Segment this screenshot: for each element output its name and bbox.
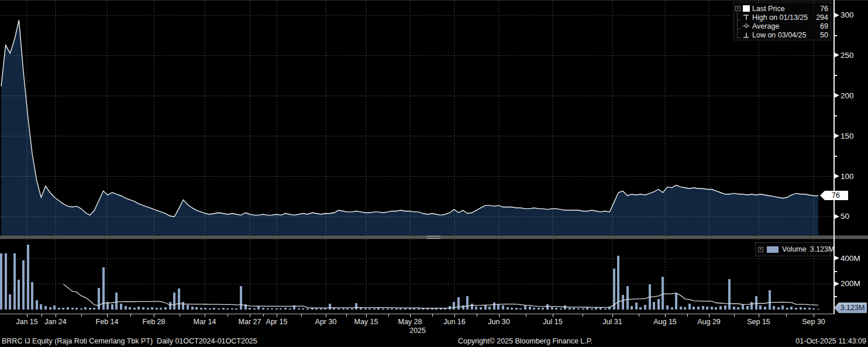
legend-value: 76 <box>820 5 828 13</box>
volume-bar <box>342 308 345 309</box>
volume-bar <box>457 297 460 310</box>
axis-tick-arrow-icon <box>835 174 839 178</box>
y-axis-minor-tick <box>833 271 837 272</box>
volume-bar <box>507 307 509 310</box>
volume-bar <box>249 308 251 310</box>
pane-resize-handle[interactable] <box>427 236 440 239</box>
x-axis-minor-tick <box>130 314 131 317</box>
volume-bar <box>231 308 233 310</box>
x-axis-minor-tick <box>687 314 688 317</box>
volume-bar <box>346 308 349 310</box>
volume-bar <box>586 308 588 309</box>
volume-bar <box>569 308 571 310</box>
y-axis-label: 100 <box>841 172 854 181</box>
x-axis-label: Feb 28 <box>143 318 166 326</box>
volume-bar <box>564 305 566 310</box>
volume-bar <box>53 305 56 310</box>
volume-bar <box>519 308 522 310</box>
x-axis-tick <box>709 314 709 317</box>
legend-label: Low on 03/04/25 <box>752 31 820 39</box>
volume-bar <box>475 307 477 310</box>
expand-icon[interactable]: + <box>735 6 740 11</box>
volume-bar <box>315 308 318 310</box>
volume-bar <box>5 253 7 309</box>
volume-bar <box>697 307 700 309</box>
last-volume-badge: 3.123M <box>834 303 867 313</box>
volume-bar <box>688 304 691 310</box>
volume-bar <box>40 304 42 309</box>
volume-bar <box>808 308 811 310</box>
x-axis-minor-tick <box>346 314 347 317</box>
volume-bar <box>377 308 380 309</box>
x-axis-minor-tick <box>786 314 787 317</box>
legend-row-last-price: + Last Price 76 <box>735 4 828 13</box>
volume-bar <box>480 307 482 310</box>
volume-bar <box>728 279 731 310</box>
x-axis-label: Apr 15 <box>266 318 288 326</box>
volume-bar <box>693 307 695 309</box>
volume-bar <box>391 308 393 309</box>
volume-bar <box>240 286 242 310</box>
x-axis-label: May 15 <box>354 318 378 326</box>
x-axis-label: Mar 14 <box>194 318 216 326</box>
x-axis-tick <box>665 314 666 317</box>
volume-bar <box>67 307 69 310</box>
volume-bar <box>355 303 357 310</box>
x-axis-tick <box>326 314 326 317</box>
volume-bar <box>719 306 722 309</box>
axis-tick-arrow-icon <box>835 133 839 138</box>
x-axis-tick <box>154 314 154 317</box>
x-axis-tick <box>107 314 108 317</box>
expand-icon[interactable]: + <box>758 247 763 252</box>
volume-bar <box>675 293 677 309</box>
volume-bar <box>271 308 273 309</box>
volume-bar <box>133 308 136 310</box>
price-legend[interactable]: + Last Price 76 High on 01/13/25 294 Ave… <box>733 2 831 40</box>
volume-bar <box>631 306 633 309</box>
volume-bar <box>715 307 717 309</box>
volume-bar <box>812 308 815 310</box>
x-axis-tick <box>814 314 814 317</box>
volume-bar <box>120 304 122 310</box>
volume-bar <box>524 305 526 309</box>
volume-bar <box>804 308 806 309</box>
volume-bar <box>89 308 91 309</box>
volume-bar <box>195 307 198 309</box>
volume-bar <box>9 294 11 310</box>
volume-bar <box>706 307 708 309</box>
volume-chart-pane[interactable] <box>0 239 833 314</box>
volume-bar <box>750 302 753 310</box>
x-axis-tick <box>410 314 411 317</box>
x-axis-label: Jan 24 <box>44 318 67 326</box>
volume-bar <box>497 304 500 310</box>
x-axis-minor-tick <box>301 314 302 317</box>
volume-bar <box>368 308 371 309</box>
volume-bar <box>542 308 544 309</box>
volume-bar <box>781 305 784 310</box>
x-axis-tick <box>454 314 455 317</box>
axis-tick-arrow-icon <box>835 281 839 286</box>
volume-bar <box>93 308 95 310</box>
legend-label: Last Price <box>752 5 820 13</box>
volume-bar <box>387 308 389 310</box>
volume-bar <box>351 308 353 310</box>
y-axis-label: 150 <box>841 132 854 140</box>
volume-bar <box>817 309 819 310</box>
volume-bar <box>284 308 287 309</box>
timestamp: 01-Oct-2025 11:43:09 <box>795 337 866 345</box>
axis-tick-arrow-icon <box>835 214 839 219</box>
volume-bar <box>289 308 291 310</box>
volume-bar <box>395 308 398 310</box>
volume-bar <box>262 308 264 309</box>
volume-bar <box>786 308 788 310</box>
volume-legend[interactable]: + Volume 3.123M <box>755 242 831 256</box>
x-axis-label: Jan 15 <box>16 318 38 326</box>
volume-bar <box>209 308 211 310</box>
volume-bar <box>702 306 704 309</box>
x-axis-minor-tick <box>42 314 42 317</box>
price-chart-pane[interactable] <box>0 0 833 235</box>
x-axis-minor-tick <box>263 314 264 317</box>
volume-bar <box>639 307 642 309</box>
x-axis-label: Jul 15 <box>543 318 562 326</box>
x-axis-minor-tick <box>526 314 526 317</box>
